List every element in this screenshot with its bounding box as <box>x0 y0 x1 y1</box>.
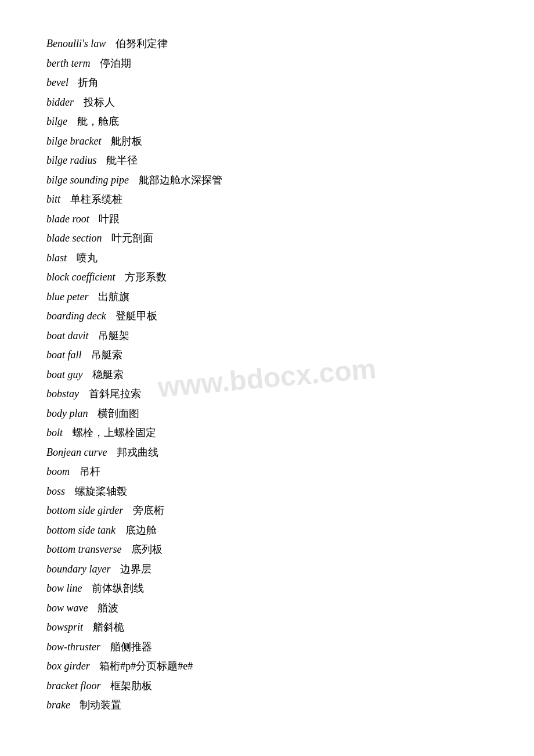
list-item: body plan 横剖面图 <box>46 405 488 423</box>
list-item: blue peter 出航旗 <box>46 288 488 307</box>
entry-chinese: 首斜尾拉索 <box>89 388 141 399</box>
entry-english: boat guy <box>46 369 83 380</box>
entry-english: bottom transverse <box>46 543 122 555</box>
entry-chinese: 横剖面图 <box>98 408 139 419</box>
entry-chinese: 舭肘板 <box>111 135 142 147</box>
list-item: bevel 折角 <box>46 74 488 92</box>
entry-english: bow-thruster <box>46 641 100 653</box>
entry-english: bevel <box>46 77 68 88</box>
entry-chinese: 底列板 <box>131 543 163 555</box>
entry-english: bowsprit <box>46 621 83 633</box>
entry-chinese: 旁底桁 <box>133 505 164 516</box>
list-item: bilge sounding pipe 舭部边舱水深探管 <box>46 171 488 190</box>
list-item: brake 制动装置 <box>46 696 488 715</box>
entry-chinese: 框架肋板 <box>110 680 152 692</box>
entry-chinese: 制动装置 <box>80 699 121 711</box>
list-item: bitt 单柱系缆桩 <box>46 190 488 209</box>
entry-chinese: 停泊期 <box>100 57 131 69</box>
entry-english: bidder <box>46 96 74 108</box>
list-item: bottom side tank 底边舱 <box>46 521 488 540</box>
entry-english: berth term <box>46 57 91 69</box>
entry-english: bow line <box>46 582 82 594</box>
list-item: boundary layer 边界层 <box>46 560 488 579</box>
entry-english: Bonjean curve <box>46 447 107 458</box>
entry-chinese: 出航旗 <box>98 291 129 303</box>
entry-chinese: 投标人 <box>84 96 115 108</box>
entry-english: boarding deck <box>46 310 106 322</box>
list-item: bow wave 艏波 <box>46 599 488 618</box>
entry-chinese: 吊杆 <box>80 466 100 477</box>
entry-chinese: 边界层 <box>120 563 151 575</box>
list-item: boat guy 稳艇索 <box>46 366 488 384</box>
entry-chinese: 舭，舱底 <box>77 116 119 127</box>
entry-chinese: 舭半径 <box>106 154 138 166</box>
entry-english: bottom side tank <box>46 524 116 536</box>
entry-english: brake <box>46 699 70 711</box>
list-item: bowsprit 艏斜桅 <box>46 618 488 637</box>
entry-english: boss <box>46 485 65 497</box>
list-item: boat davit 吊艇架 <box>46 327 488 345</box>
entry-chinese: 艏斜桅 <box>93 621 124 633</box>
list-item: bottom transverse 底列板 <box>46 541 488 559</box>
entry-chinese: 叶元剖面 <box>111 232 153 244</box>
list-item: Benoulli's law 伯努利定律 <box>46 35 488 53</box>
list-item: blade root 叶跟 <box>46 210 488 229</box>
entry-chinese: 底边舱 <box>125 524 157 536</box>
list-item: boss 螺旋桨轴毂 <box>46 483 488 501</box>
entry-chinese: 艏波 <box>98 602 118 614</box>
entry-english: boundary layer <box>46 563 110 575</box>
entry-chinese: 邦戎曲线 <box>117 447 158 458</box>
entry-english: bobstay <box>46 388 79 399</box>
entry-chinese: 喷丸 <box>77 252 98 264</box>
entry-english: boat davit <box>46 330 89 341</box>
entry-english: block coefficient <box>46 271 115 283</box>
entry-english: blue peter <box>46 291 88 303</box>
entry-chinese: 单柱系缆桩 <box>70 193 122 205</box>
entry-chinese: 登艇甲板 <box>116 310 157 322</box>
list-item: block coefficient 方形系数 <box>46 268 488 287</box>
entry-english: Benoulli's law <box>46 38 106 49</box>
list-item: blade section 叶元剖面 <box>46 229 488 248</box>
entry-english: bow wave <box>46 602 88 614</box>
entry-chinese: 前体纵剖线 <box>92 582 144 594</box>
list-item: box girder 箱桁#p#分页标题#e# <box>46 657 488 676</box>
entry-english: blast <box>46 252 67 264</box>
list-item: Bonjean curve 邦戎曲线 <box>46 444 488 462</box>
entry-chinese: 箱桁#p#分页标题#e# <box>99 660 193 672</box>
entry-english: bilge sounding pipe <box>46 174 129 186</box>
entry-english: bilge <box>46 116 67 127</box>
list-item: bow line 前体纵剖线 <box>46 579 488 598</box>
entry-english: bilge bracket <box>46 135 101 147</box>
entry-english: box girder <box>46 660 90 672</box>
entry-english: blade root <box>46 213 89 225</box>
entry-english: bottom side girder <box>46 505 123 516</box>
list-item: boat fall 吊艇索 <box>46 346 488 365</box>
entry-english: bilge radius <box>46 154 97 166</box>
entry-english: bitt <box>46 193 60 205</box>
entry-chinese: 舭部边舱水深探管 <box>139 174 222 186</box>
list-item: bolt 螺栓，上螺栓固定 <box>46 424 488 442</box>
list-item: bobstay 首斜尾拉索 <box>46 385 488 404</box>
entry-chinese: 吊艇架 <box>98 330 129 341</box>
entry-english: boom <box>46 466 70 477</box>
list-item: bidder 投标人 <box>46 93 488 112</box>
list-item: bow-thruster 艏侧推器 <box>46 638 488 657</box>
list-item: blast 喷丸 <box>46 249 488 268</box>
dictionary-list: Benoulli's law 伯努利定律berth term 停泊期bevel … <box>46 35 488 715</box>
entry-chinese: 伯努利定律 <box>116 38 168 49</box>
entry-chinese: 稳艇索 <box>92 369 124 380</box>
entry-english: blade section <box>46 232 102 244</box>
entry-english: boat fall <box>46 349 82 361</box>
list-item: boom 吊杆 <box>46 463 488 481</box>
entry-english: body plan <box>46 408 88 419</box>
entry-chinese: 叶跟 <box>99 213 120 225</box>
entry-chinese: 螺旋桨轴毂 <box>75 485 127 497</box>
list-item: bilge bracket 舭肘板 <box>46 132 488 151</box>
entry-english: bracket floor <box>46 680 100 692</box>
list-item: bilge 舭，舱底 <box>46 113 488 131</box>
entry-chinese: 吊艇索 <box>91 349 122 361</box>
entry-chinese: 折角 <box>78 77 99 88</box>
list-item: berth term 停泊期 <box>46 55 488 73</box>
entry-english: bolt <box>46 427 63 438</box>
list-item: bilge radius 舭半径 <box>46 152 488 170</box>
